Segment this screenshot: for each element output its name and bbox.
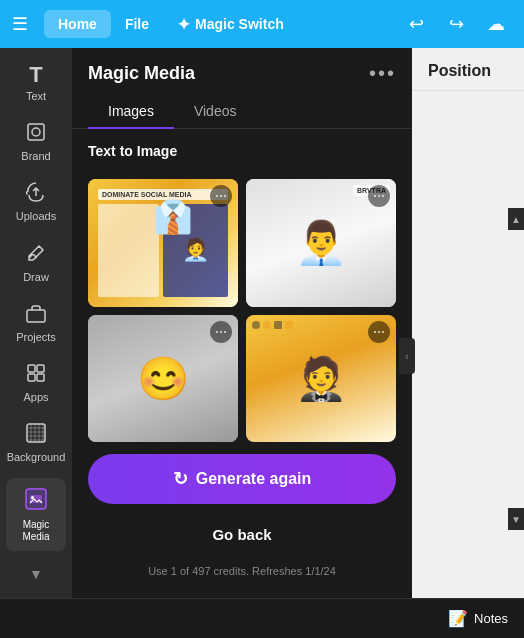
sidebar-scroll-down[interactable]: ▼ [21, 558, 51, 590]
magic-switch-label: Magic Switch [195, 16, 284, 32]
notes-icon: 📝 [448, 609, 468, 628]
sidebar: T Text Brand Uploads [0, 48, 72, 598]
sidebar-item-background[interactable]: Background [6, 414, 66, 472]
sidebar-item-uploads[interactable]: Uploads [6, 173, 66, 231]
panel-tabs: Images Videos [72, 95, 412, 129]
brand-icon [25, 121, 47, 146]
credits-text: Use 1 of 497 credits. Refreshes 1/1/24 [88, 565, 396, 577]
collapse-panel-button[interactable]: ‹ [399, 338, 415, 374]
image-card-2[interactable]: 👨‍💼 BRVTRA ⋯ [246, 179, 396, 307]
background-icon [25, 422, 47, 447]
svg-point-19 [31, 496, 34, 499]
sidebar-item-text[interactable]: T Text [6, 56, 66, 111]
sidebar-item-draw-label: Draw [23, 271, 49, 284]
apps-icon [25, 362, 47, 387]
sidebar-item-apps-label: Apps [23, 391, 48, 404]
sidebar-item-projects-label: Projects [16, 331, 56, 344]
sidebar-item-text-label: Text [26, 90, 46, 103]
svg-point-1 [32, 128, 40, 136]
sidebar-item-magic-media[interactable]: Magic Media [6, 478, 66, 551]
image-grid: DOMINATE SOCIAL MEDIA 🧑‍💼 ⋯ [88, 179, 396, 442]
sidebar-item-magic-media-label: Magic Media [10, 519, 62, 543]
svg-rect-4 [37, 365, 44, 372]
magic-switch-button[interactable]: ✦ Magic Switch [163, 9, 298, 40]
sidebar-item-draw[interactable]: Draw [6, 234, 66, 292]
image-card-4[interactable]: 🤵 ⋯ [246, 315, 396, 443]
sidebar-item-apps[interactable]: Apps [6, 354, 66, 412]
main-body: T Text Brand Uploads [0, 48, 524, 598]
nav-tab-file[interactable]: File [111, 10, 163, 38]
magic-media-panel: Magic Media ••• Images Videos Text to Im… [72, 48, 412, 598]
draw-icon [25, 242, 47, 267]
notes-label: Notes [474, 611, 508, 626]
notes-button[interactable]: 📝 Notes [448, 609, 508, 628]
sidebar-item-uploads-label: Uploads [16, 210, 56, 223]
panel-title: Magic Media [88, 63, 195, 84]
generate-again-label: Generate again [196, 470, 312, 488]
top-nav: ☰ Home File ✦ Magic Switch ↩ ↪ ☁ [0, 0, 524, 48]
image-card-3-more[interactable]: ⋯ [210, 321, 232, 343]
image-card-3[interactable]: 😊 ⋯ [88, 315, 238, 443]
redo-button[interactable]: ↪ [440, 8, 472, 40]
sidebar-item-brand[interactable]: Brand [6, 113, 66, 171]
section-title: Text to Image [88, 143, 396, 159]
nav-tab-home[interactable]: Home [44, 10, 111, 38]
generate-again-button[interactable]: ↻ Generate again [88, 454, 396, 504]
svg-rect-7 [27, 424, 45, 442]
projects-icon [25, 302, 47, 327]
image-card-4-more[interactable]: ⋯ [368, 321, 390, 343]
image-card-1-more[interactable]: ⋯ [210, 185, 232, 207]
svg-rect-5 [28, 374, 35, 381]
svg-rect-3 [28, 365, 35, 372]
svg-rect-0 [28, 124, 44, 140]
panel-scroll-up[interactable]: ▲ [508, 208, 524, 230]
tab-videos[interactable]: Videos [174, 95, 257, 129]
bottom-bar: 📝 Notes [0, 598, 524, 638]
nav-actions: ↩ ↪ ☁ [400, 8, 512, 40]
svg-rect-6 [37, 374, 44, 381]
panel-more-button[interactable]: ••• [369, 62, 396, 85]
undo-button[interactable]: ↩ [400, 8, 432, 40]
go-back-button[interactable]: Go back [88, 516, 396, 553]
panel-scroll-down[interactable]: ▼ [508, 508, 524, 530]
refresh-icon: ↻ [173, 468, 188, 490]
image-card-2-more[interactable]: ⋯ [368, 185, 390, 207]
uploads-icon [25, 181, 47, 206]
cloud-button[interactable]: ☁ [480, 8, 512, 40]
magic-media-icon [23, 486, 49, 515]
position-panel-title: Position [412, 48, 524, 91]
sidebar-item-brand-label: Brand [21, 150, 50, 163]
svg-rect-2 [27, 310, 45, 322]
panel-content: Text to Image DOMINATE SOCIAL MEDIA 🧑‍💼 [72, 129, 412, 598]
image-card-1[interactable]: DOMINATE SOCIAL MEDIA 🧑‍💼 ⋯ [88, 179, 238, 307]
menu-icon[interactable]: ☰ [12, 15, 28, 33]
text-icon: T [29, 64, 42, 86]
magic-switch-star-icon: ✦ [177, 15, 190, 34]
panel-header: Magic Media ••• [72, 48, 412, 95]
tab-images[interactable]: Images [88, 95, 174, 129]
sidebar-item-projects[interactable]: Projects [6, 294, 66, 352]
panel-wrapper: Magic Media ••• Images Videos Text to Im… [72, 48, 524, 598]
sidebar-item-background-label: Background [7, 451, 66, 464]
